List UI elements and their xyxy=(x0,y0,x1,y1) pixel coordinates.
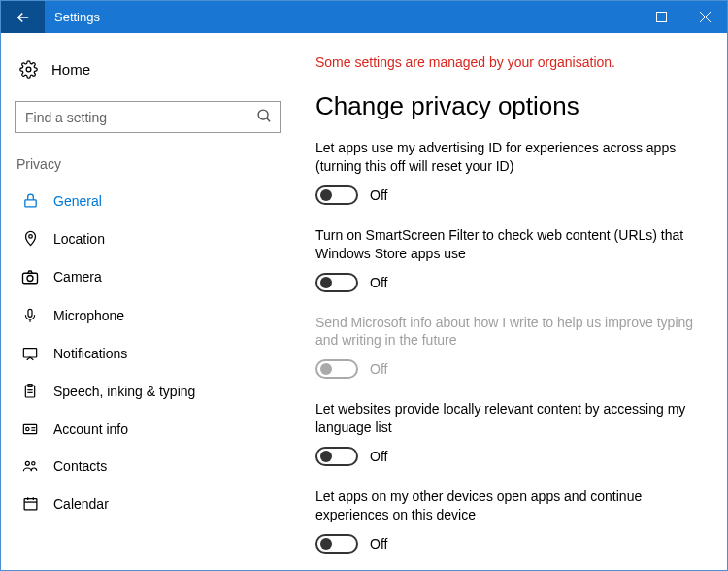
minimize-icon xyxy=(612,12,623,22)
sidebar-item-account[interactable]: Account info xyxy=(15,411,298,448)
lock-icon xyxy=(20,192,40,209)
setting-label: Let apps on my other devices open apps a… xyxy=(315,487,700,524)
sidebar-item-label: Camera xyxy=(53,269,102,285)
sidebar-item-general[interactable]: General xyxy=(15,182,298,219)
toggle-language-list[interactable] xyxy=(315,447,358,466)
toggle-advertising-id[interactable] xyxy=(315,185,358,205)
sidebar-item-label: General xyxy=(53,193,102,209)
search-input[interactable] xyxy=(15,101,281,133)
setting-smartscreen: Turn on SmartScreen Filter to check web … xyxy=(315,226,700,292)
svg-rect-7 xyxy=(24,200,35,207)
home-button[interactable]: Home xyxy=(15,52,298,86)
category-label: Privacy xyxy=(15,151,298,182)
toggle-state: Off xyxy=(370,449,387,464)
svg-point-10 xyxy=(27,276,33,282)
maximize-button[interactable] xyxy=(640,1,683,33)
clipboard-icon xyxy=(20,383,40,400)
toggle-state: Off xyxy=(370,536,387,552)
toggle-writing-info xyxy=(315,359,358,379)
microphone-icon xyxy=(20,307,40,324)
search-wrap xyxy=(15,101,281,133)
svg-rect-11 xyxy=(28,309,32,317)
sidebar-item-microphone[interactable]: Microphone xyxy=(15,296,298,335)
close-icon xyxy=(700,12,711,22)
sidebar-item-label: Calendar xyxy=(53,496,109,512)
camera-icon xyxy=(20,268,40,286)
location-icon xyxy=(20,230,40,247)
page-title: Change privacy options xyxy=(315,91,700,121)
toggle-state: Off xyxy=(370,275,387,290)
setting-language-list: Let websites provide locally relevant co… xyxy=(315,400,700,466)
sidebar-item-location[interactable]: Location xyxy=(15,219,298,257)
sidebar: Home Privacy General Location Camera xyxy=(1,33,302,571)
body: Home Privacy General Location Camera xyxy=(1,33,727,571)
nav-list: General Location Camera Microphone Notif… xyxy=(15,182,298,551)
setting-label: Turn on SmartScreen Filter to check web … xyxy=(315,226,700,263)
account-icon xyxy=(20,421,40,437)
setting-label: Let websites provide locally relevant co… xyxy=(315,400,700,437)
search-icon xyxy=(256,108,273,124)
window-controls xyxy=(596,1,727,33)
content: Some settings are managed by your organi… xyxy=(302,33,727,571)
svg-rect-24 xyxy=(24,499,37,510)
sidebar-item-label: Microphone xyxy=(53,308,124,323)
sidebar-item-label: Contacts xyxy=(53,458,107,474)
titlebar: Settings xyxy=(1,1,727,33)
sidebar-item-label: Notifications xyxy=(53,346,127,361)
svg-rect-13 xyxy=(23,349,36,357)
svg-point-19 xyxy=(26,427,29,430)
setting-other-devices: Let apps on my other devices open apps a… xyxy=(315,487,700,554)
svg-line-6 xyxy=(267,118,271,122)
sidebar-item-label: Location xyxy=(53,231,105,247)
contacts-icon xyxy=(20,458,40,474)
toggle-other-devices[interactable] xyxy=(315,534,358,554)
sidebar-item-calendar[interactable]: Calendar xyxy=(15,485,298,522)
window-title: Settings xyxy=(45,1,596,33)
setting-label: Let apps use my advertising ID for exper… xyxy=(315,139,700,176)
home-label: Home xyxy=(51,61,90,78)
svg-point-5 xyxy=(258,110,268,119)
sidebar-item-camera[interactable]: Camera xyxy=(15,257,298,296)
managed-notice: Some settings are managed by your organi… xyxy=(315,54,700,70)
svg-point-8 xyxy=(28,235,32,239)
sidebar-item-notifications[interactable]: Notifications xyxy=(15,335,298,372)
svg-point-22 xyxy=(25,461,29,465)
sidebar-item-contacts[interactable]: Contacts xyxy=(15,448,298,485)
calendar-icon xyxy=(20,495,40,512)
sidebar-item-label: Account info xyxy=(53,421,128,437)
arrow-left-icon xyxy=(15,9,32,26)
sidebar-item-speech[interactable]: Speech, inking & typing xyxy=(15,372,298,411)
minimize-button[interactable] xyxy=(596,1,640,33)
back-button[interactable] xyxy=(1,1,45,33)
setting-label: Send Microsoft info about how I write to… xyxy=(315,314,700,351)
svg-point-4 xyxy=(26,67,31,72)
gear-icon xyxy=(18,60,38,79)
toggle-state: Off xyxy=(370,361,387,377)
close-button[interactable] xyxy=(683,1,727,33)
svg-rect-1 xyxy=(657,13,667,22)
setting-advertising-id: Let apps use my advertising ID for exper… xyxy=(315,139,700,205)
setting-writing-info: Send Microsoft info about how I write to… xyxy=(315,314,700,380)
toggle-state: Off xyxy=(370,187,387,203)
toggle-smartscreen[interactable] xyxy=(315,273,358,292)
maximize-icon xyxy=(656,12,667,22)
notifications-icon xyxy=(20,346,40,361)
svg-point-23 xyxy=(32,462,35,465)
sidebar-item-label: Speech, inking & typing xyxy=(53,384,195,399)
